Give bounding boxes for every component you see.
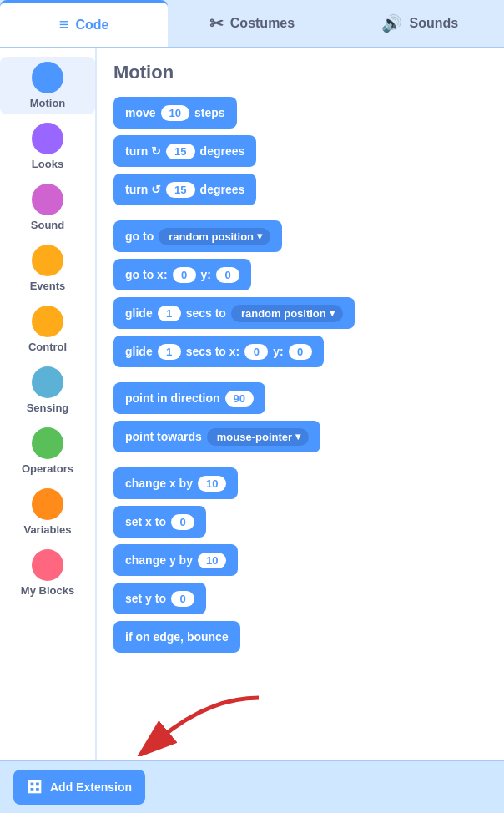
operators-dot	[32, 427, 63, 459]
sidebar: Motion Looks Sound Events Control Sensin…	[0, 48, 97, 813]
block-turn-cw-value[interactable]: 15	[166, 144, 194, 159]
block-point-towards-dropdown[interactable]: mouse-pointer	[207, 428, 309, 446]
looks-dot	[32, 123, 63, 154]
block-glide-rand[interactable]: glide 1 secs to random position	[113, 297, 355, 329]
variables-dot	[32, 488, 63, 520]
block-point-towards-text: point towards	[125, 430, 202, 443]
block-turn-cw[interactable]: turn ↻ 15 degrees	[113, 135, 256, 167]
tab-sounds[interactable]: 🔊 Sounds	[336, 0, 504, 47]
control-dot	[32, 306, 63, 337]
block-bounce[interactable]: if on edge, bounce	[113, 621, 240, 653]
sidebar-item-sound[interactable]: Sound	[0, 179, 95, 236]
block-glide-rand-mid: secs to	[186, 306, 226, 320]
block-glide-xy-y[interactable]: 0	[289, 344, 312, 360]
sidebar-item-variables[interactable]: Variables	[0, 483, 95, 541]
block-change-y-value[interactable]: 10	[198, 553, 226, 568]
main-layout: Motion Looks Sound Events Control Sensin…	[0, 48, 504, 813]
tab-code-label: Code	[76, 18, 109, 33]
block-move-text: move	[125, 106, 156, 119]
sensing-label: Sensing	[27, 401, 69, 414]
sound-label: Sound	[31, 219, 64, 231]
block-move[interactable]: move 10 steps	[113, 97, 237, 129]
add-extension-label: Add Extension	[50, 780, 132, 794]
motion-dot	[32, 62, 63, 93]
sidebar-item-motion[interactable]: Motion	[0, 57, 95, 114]
sidebar-item-control[interactable]: Control	[0, 300, 95, 358]
block-goto-dropdown[interactable]: random position	[159, 228, 270, 245]
block-goto[interactable]: go to random position	[113, 220, 282, 252]
block-glide-xy-text: glide	[125, 345, 153, 358]
block-glide-xy-val[interactable]: 1	[158, 344, 181, 360]
block-turn-ccw-after: degrees	[200, 183, 245, 196]
block-goto-text: go to	[125, 230, 154, 243]
motion-label: Motion	[30, 97, 66, 109]
block-goto-xy-x[interactable]: 0	[173, 267, 196, 283]
myblocks-label: My Blocks	[21, 584, 74, 597]
myblocks-dot	[32, 549, 63, 581]
control-label: Control	[28, 341, 67, 353]
block-goto-xy-ymid: y:	[201, 268, 211, 281]
block-set-y[interactable]: set y to 0	[113, 583, 206, 614]
tab-bar: ≡ Code ✂ Costumes 🔊 Sounds	[0, 0, 504, 48]
block-move-after: steps	[194, 106, 225, 119]
block-goto-xy-y[interactable]: 0	[216, 267, 239, 283]
events-label: Events	[30, 280, 66, 292]
bottom-bar: ⊞ Add Extension	[0, 760, 504, 813]
block-set-x-text: set x to	[125, 515, 166, 528]
block-point-dir-text: point in direction	[125, 391, 220, 405]
block-glide-xy[interactable]: glide 1 secs to x: 0 y: 0	[113, 336, 324, 367]
events-dot	[32, 245, 63, 276]
block-glide-xy-ymid: y:	[273, 345, 283, 358]
block-point-dir-value[interactable]: 90	[225, 391, 254, 406]
block-set-y-text: set y to	[125, 592, 166, 605]
block-change-x-value[interactable]: 10	[198, 476, 226, 492]
block-turn-ccw-value[interactable]: 15	[166, 182, 194, 198]
block-change-y-text: change y by	[125, 553, 193, 567]
sensing-dot	[32, 366, 63, 398]
add-extension-button[interactable]: ⊞ Add Extension	[13, 770, 145, 805]
block-set-y-value[interactable]: 0	[171, 591, 194, 607]
tab-costumes[interactable]: ✂ Costumes	[168, 0, 335, 47]
tab-sounds-label: Sounds	[409, 16, 458, 31]
block-glide-rand-val[interactable]: 1	[158, 306, 181, 321]
tab-code[interactable]: ≡ Code	[0, 0, 168, 47]
block-set-x-value[interactable]: 0	[171, 514, 194, 530]
block-change-x-text: change x by	[125, 477, 193, 490]
block-point-dir[interactable]: point in direction 90	[113, 382, 265, 414]
block-turn-cw-after: degrees	[200, 144, 245, 158]
sidebar-item-operators[interactable]: Operators	[0, 422, 95, 480]
operators-label: Operators	[22, 462, 73, 475]
sidebar-item-sensing[interactable]: Sensing	[0, 361, 95, 419]
sound-dot	[32, 184, 63, 215]
costumes-icon: ✂	[209, 13, 224, 33]
block-goto-xy[interactable]: go to x: 0 y: 0	[113, 259, 251, 290]
block-glide-rand-text: glide	[125, 306, 153, 320]
looks-label: Looks	[32, 158, 63, 170]
code-icon: ≡	[59, 15, 69, 34]
block-change-y[interactable]: change y by 10	[113, 544, 238, 576]
sidebar-item-myblocks[interactable]: My Blocks	[0, 544, 95, 602]
block-turn-cw-text: turn ↻	[125, 144, 161, 158]
block-move-value[interactable]: 10	[161, 105, 189, 121]
block-glide-rand-dropdown[interactable]: random position	[231, 305, 343, 322]
page-title: Motion	[113, 62, 491, 83]
block-glide-xy-x[interactable]: 0	[244, 344, 268, 360]
block-bounce-text: if on edge, bounce	[125, 630, 229, 644]
block-goto-xy-text: go to x:	[125, 268, 168, 281]
block-point-towards[interactable]: point towards mouse-pointer	[113, 421, 320, 452]
tab-costumes-label: Costumes	[230, 16, 295, 31]
block-glide-xy-mid: secs to x:	[186, 345, 240, 358]
sounds-icon: 🔊	[381, 13, 402, 33]
sidebar-item-looks[interactable]: Looks	[0, 118, 95, 175]
variables-label: Variables	[23, 523, 71, 536]
add-extension-icon: ⊞	[27, 776, 42, 798]
block-change-x[interactable]: change x by 10	[113, 467, 238, 499]
block-turn-ccw-text: turn ↺	[125, 183, 161, 196]
content-area: Motion move 10 steps turn ↻ 15 degrees t…	[97, 48, 504, 813]
sidebar-item-events[interactable]: Events	[0, 240, 95, 297]
block-turn-ccw[interactable]: turn ↺ 15 degrees	[113, 174, 256, 205]
block-set-x[interactable]: set x to 0	[113, 506, 206, 538]
